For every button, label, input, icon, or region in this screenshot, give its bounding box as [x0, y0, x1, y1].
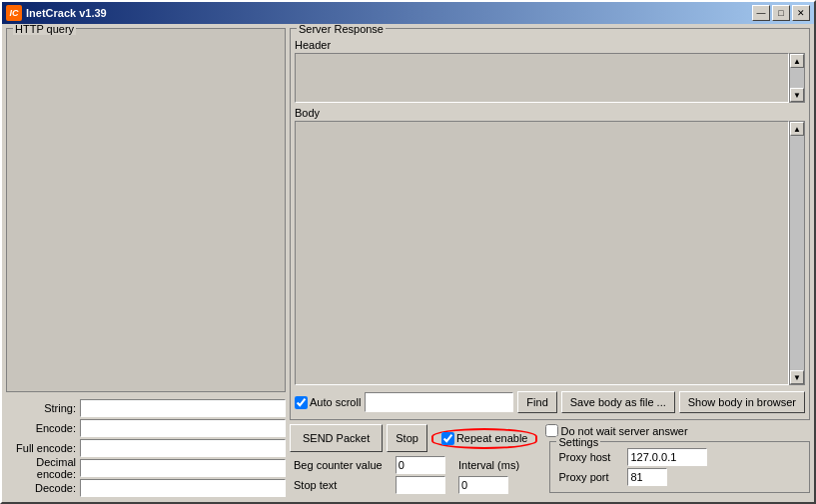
do-not-wait-label: Do not wait server answer — [560, 425, 687, 437]
stop-text-label: Stop text — [294, 479, 388, 491]
http-query-label: HTTP query — [13, 24, 76, 35]
encode-input[interactable] — [80, 419, 286, 437]
beg-counter-input[interactable] — [396, 456, 445, 474]
full-encode-row: Full encode: — [6, 438, 286, 458]
repeat-enable-group: Repeat enable — [431, 428, 538, 449]
string-input[interactable] — [80, 399, 286, 417]
http-query-group: HTTP query — [6, 28, 286, 392]
show-body-button[interactable]: Show body in browser — [679, 391, 805, 413]
header-scrollbar[interactable]: ▲ ▼ — [789, 53, 805, 103]
body-textarea[interactable] — [295, 121, 789, 385]
auto-scroll-checkbox[interactable] — [295, 396, 308, 409]
settings-area: Do not wait server answer Settings Proxy… — [545, 424, 810, 493]
string-label: String: — [6, 402, 76, 414]
encode-row: Encode: — [6, 418, 286, 438]
settings-label: Settings — [556, 436, 600, 448]
decimal-encode-row: Decimalencode: — [6, 458, 286, 478]
body-scroll-track — [790, 136, 804, 370]
http-query-textarea[interactable] — [7, 29, 285, 391]
header-scroll-area: ▲ ▼ — [295, 53, 805, 103]
decode-input[interactable] — [80, 479, 286, 497]
body-scrollbar[interactable]: ▲ ▼ — [789, 121, 805, 385]
interval-label: Interval (ms) — [458, 459, 524, 471]
proxy-port-label: Proxy port — [558, 471, 623, 483]
header-textarea[interactable] — [295, 53, 789, 103]
body-scroll-down[interactable]: ▼ — [790, 370, 804, 384]
fields-area: String: Encode: Full encode: Decimalenco… — [6, 398, 286, 498]
app-icon: IC — [6, 5, 22, 21]
decimal-encode-label: Decimalencode: — [6, 456, 76, 480]
proxy-host-label: Proxy host — [558, 451, 623, 463]
find-button[interactable]: Find — [517, 391, 556, 413]
body-scroll-up[interactable]: ▲ — [790, 122, 804, 136]
stop-button[interactable]: Stop — [387, 424, 427, 452]
bottom-controls: SEND Packet Stop Repeat enable Beg count… — [290, 420, 810, 498]
body-label: Body — [295, 107, 805, 119]
toolbar-row: Auto scroll Find Save body as file ... S… — [295, 389, 805, 415]
header-scroll-down[interactable]: ▼ — [790, 88, 804, 102]
header-scroll-track — [790, 68, 804, 88]
beg-counter-label: Beg counter value — [294, 459, 388, 471]
title-text: InetCrack v1.39 — [26, 7, 107, 19]
full-encode-input[interactable] — [80, 439, 286, 457]
close-button[interactable]: ✕ — [792, 5, 810, 21]
send-packet-button[interactable]: SEND Packet — [290, 424, 383, 452]
interval-input[interactable] — [458, 476, 508, 494]
save-body-button[interactable]: Save body as file ... — [561, 391, 675, 413]
repeat-section: Beg counter value Interval (ms) Stop tex… — [290, 456, 537, 494]
find-input[interactable] — [365, 392, 513, 412]
title-buttons: — □ ✕ — [752, 5, 810, 21]
string-row: String: — [6, 398, 286, 418]
header-scroll-up[interactable]: ▲ — [790, 54, 804, 68]
decode-row: Decode: — [6, 478, 286, 498]
minimize-button[interactable]: — — [752, 5, 770, 21]
auto-scroll-text: Auto scroll — [310, 396, 361, 408]
decode-label: Decode: — [6, 482, 76, 494]
auto-scroll-label[interactable]: Auto scroll — [295, 396, 361, 409]
body-scroll-area: ▲ ▼ — [295, 121, 805, 385]
stop-text-input[interactable] — [396, 476, 445, 494]
send-stop-row: SEND Packet Stop Repeat enable — [290, 424, 537, 452]
settings-group: Settings Proxy host Proxy port — [549, 441, 810, 493]
title-bar-left: IC InetCrack v1.39 — [6, 5, 107, 21]
send-stop-area: SEND Packet Stop Repeat enable Beg count… — [290, 424, 537, 494]
header-section: Header ▲ ▼ — [295, 39, 805, 103]
full-encode-label: Full encode: — [6, 442, 76, 454]
proxy-port-row: Proxy port — [558, 468, 801, 486]
main-layout: HTTP query String: Encode: Full encode: — [2, 24, 814, 502]
header-label: Header — [295, 39, 805, 51]
proxy-port-input[interactable] — [627, 468, 667, 486]
title-bar: IC InetCrack v1.39 — □ ✕ — [2, 2, 814, 24]
maximize-button[interactable]: □ — [772, 5, 790, 21]
server-response-label: Server Response — [297, 24, 386, 35]
repeat-enable-checkbox[interactable] — [441, 432, 454, 445]
decimal-encode-input[interactable] — [80, 459, 286, 477]
proxy-host-input[interactable] — [627, 448, 707, 466]
encode-label: Encode: — [6, 422, 76, 434]
main-window: IC InetCrack v1.39 — □ ✕ HTTP query Stri… — [0, 0, 816, 504]
right-panel: Server Response Header ▲ ▼ Bo — [290, 28, 810, 498]
left-panel: HTTP query String: Encode: Full encode: — [6, 28, 286, 498]
server-response-group: Server Response Header ▲ ▼ Bo — [290, 28, 810, 420]
repeat-enable-label: Repeat enable — [456, 432, 528, 444]
proxy-host-row: Proxy host — [558, 448, 801, 466]
body-section: Body ▲ ▼ — [295, 107, 805, 385]
